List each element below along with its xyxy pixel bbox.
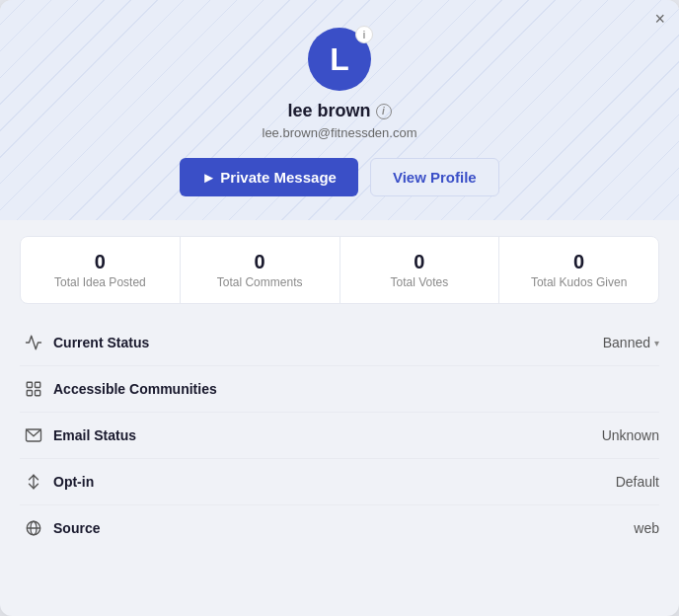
stats-bar: 0 Total Idea Posted 0 Total Comments 0 T…: [20, 236, 659, 304]
email-status-icon: [20, 426, 47, 444]
svg-rect-2: [27, 391, 32, 396]
stat-ideas-value: 0: [29, 251, 172, 273]
username-row: lee brown i: [287, 101, 391, 121]
opt-in-icon: [20, 473, 47, 491]
svg-rect-0: [27, 382, 32, 387]
modal-container: × L i lee brown i lee.brown@fitnessden.c…: [0, 0, 679, 616]
current-status-label: Current Status: [53, 335, 603, 350]
svg-rect-3: [36, 391, 40, 396]
stat-comments: 0 Total Comments: [181, 237, 340, 303]
username-info-icon[interactable]: i: [376, 104, 392, 119]
current-status-dropdown-arrow: ▾: [654, 338, 659, 348]
stat-kudos-value: 0: [507, 251, 650, 273]
opt-in-label: Opt-in: [53, 474, 616, 490]
user-email: lee.brown@fitnessden.com: [263, 125, 417, 140]
row-opt-in: Opt-in Default: [20, 459, 659, 505]
source-icon: [20, 519, 47, 537]
accessible-communities-icon: [20, 380, 47, 398]
avatar-letter: L: [330, 41, 349, 78]
stat-kudos: 0 Total Kudos Given: [499, 237, 658, 303]
stat-votes: 0 Total Votes: [340, 237, 500, 303]
row-source: Source web: [20, 505, 659, 551]
email-status-value: Unknown: [602, 427, 659, 443]
row-current-status: Current Status Banned ▾: [20, 320, 659, 366]
profile-header: L i lee brown i lee.brown@fitnessden.com…: [0, 0, 679, 220]
row-email-status: Email Status Unknown: [20, 413, 659, 459]
stat-votes-value: 0: [348, 251, 491, 273]
close-button[interactable]: ×: [654, 10, 665, 28]
current-status-icon: [20, 334, 47, 351]
info-section: Current Status Banned ▾ Accessible Commu…: [0, 320, 679, 551]
source-label: Source: [53, 520, 634, 536]
accessible-communities-label: Accessible Communities: [53, 381, 659, 397]
private-message-button[interactable]: ► Private Message: [180, 158, 358, 196]
stat-kudos-label: Total Kudos Given: [507, 275, 650, 289]
view-profile-button[interactable]: View Profile: [370, 158, 499, 196]
current-status-value[interactable]: Banned ▾: [603, 335, 659, 350]
avatar-badge-icon: i: [355, 26, 373, 43]
svg-rect-1: [36, 382, 40, 387]
stat-comments-label: Total Comments: [189, 275, 332, 289]
username: lee brown: [287, 101, 370, 121]
stat-votes-label: Total Votes: [348, 275, 491, 289]
stat-ideas: 0 Total Idea Posted: [21, 237, 181, 303]
row-accessible-communities: Accessible Communities: [20, 366, 659, 413]
source-value: web: [634, 520, 659, 536]
opt-in-value: Default: [616, 474, 659, 490]
action-buttons: ► Private Message View Profile: [180, 158, 498, 196]
avatar-wrapper: L i: [308, 28, 371, 91]
email-status-label: Email Status: [53, 427, 602, 443]
stat-comments-value: 0: [189, 251, 332, 273]
stat-ideas-label: Total Idea Posted: [29, 275, 172, 289]
